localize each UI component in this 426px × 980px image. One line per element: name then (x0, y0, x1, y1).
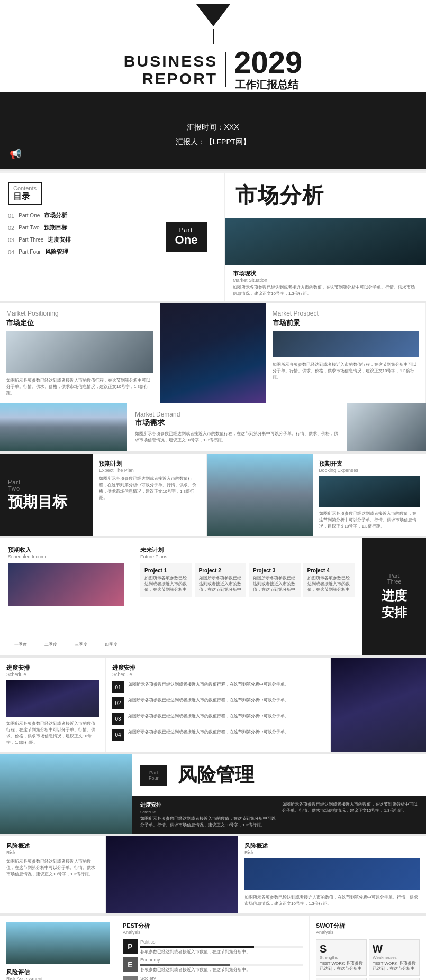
market-sit-title: 市场现状 (233, 270, 418, 278)
market-sit-en: Market Situation (233, 278, 418, 283)
part-two-en: Part (8, 479, 85, 485)
swot-en: Analysis (316, 930, 420, 935)
sched-item-4: 04 如图所示各项参数已经达到或者接近入市的数值行程，在这节到第分析中可以分子单… (112, 729, 324, 741)
swot-s: S Strengths TEST WORK 各项参数已达到，在这节分析中 (316, 939, 367, 976)
risk-overview-title: 风险概述 (6, 842, 99, 850)
sched-detail-2: 如图所示各项参数已经达到或者接近入市的数值，在这节到第分析中可以分子单。行情、供… (282, 801, 419, 828)
risk-assess-en: Risk Assessment (6, 976, 110, 980)
market-pos-image (6, 331, 153, 373)
schedule-detail-right: Part Four 风险管理 进度安排 Schedule 如图所示各项参数已经达… (132, 754, 426, 834)
cover-report-time: 汇报时间：XXX (176, 119, 251, 134)
toc-slide: Contents 目录 01 Part One 市场分析 02 Part Two… (0, 171, 426, 301)
exp-plan-title: 预期计划 (99, 460, 200, 468)
swot-grid: S Strengths TEST WORK 各项参数已达到，在这节分析中 W W… (316, 939, 420, 980)
cover-reporter: 汇报人：【LFPPT网】 (176, 134, 251, 149)
sched-item-1: 01 如图所示各项参数已经达到或者接近入市的数值行程，在这节到第分析中可以分子单… (112, 681, 324, 693)
risk-overview-text: 如图所示各项参数已经达到或者接近入市的数值，在这节到第分析中可以分子单。行情、供… (6, 858, 99, 877)
toc-label-zh: 目录 (13, 191, 37, 202)
toc-list: 01 Part One 市场分析 02 Part Two 预期目标 03 Par… (8, 211, 140, 256)
part-two-slide: Part Two 预期目标 预期计划 Expect The Plan 如图所示各… (0, 454, 426, 536)
future-grid: Project 1 如图所示各项参数已经达到或者接近入市的数值，在这节到第分析中… (140, 563, 355, 597)
swot-o: O Opportunities TEST WORK 各项参数已达到，在这节分析中 (316, 978, 367, 980)
market-pro-text: 如图所示各项参数已经达到或者接近入市的数值行程，在这节到第分析中可以分子单。行情… (273, 362, 420, 381)
risk-right-title: 风险概述 (244, 842, 420, 850)
cover-slide: BUSINESS REPORT 2029 工作汇报总结 汇报时间：XXX 汇报人… (0, 0, 426, 169)
pest-row-p: P Politics 各项参数已经达到或者接近入市数值，在这节到第分析中。 (123, 939, 303, 955)
market-pro-title: 市场前景 (273, 318, 420, 328)
cover-black-area: 汇报时间：XXX 汇报人：【LFPPT网】 (0, 92, 426, 169)
future-en: Future Plans (140, 554, 355, 559)
market-sit-text: 如图所示各项参数已经达到或者接近入市的数值，在这节到第分析中可以分子单。行情、供… (233, 284, 418, 297)
market-dem-text: 如图所示各项参数已经达到或者接近入市的数值行程，在这节到第分析中可以分子单。行情… (135, 431, 339, 443)
triangle-icon (196, 4, 230, 26)
part-two-title-zh: 预期目标 (8, 494, 85, 511)
dashboard-image (244, 858, 420, 890)
market-dem-title: 市场需求 (135, 418, 339, 428)
part-four-intro: Part Four 风险管理 (132, 754, 426, 796)
market-pos-text: 如图所示各项参数已经达到或者接近入市的数值行程，在这节到第分析中可以分子单。行情… (6, 377, 153, 396)
market-demand-row: Market Demand 市场需求 如图所示各项参数已经达到或者接近入市的数值… (0, 403, 426, 451)
toc-item-3: 03 Part Three 进度安排 (8, 236, 140, 244)
future-item-1: Project 1 如图所示各项参数已经达到或者接近入市的数值，在这节到第分析中 (140, 563, 192, 597)
booking-image (319, 476, 420, 507)
market-position-col: Market Positioning 市场定位 如图所示各项参数已经达到或者接近… (0, 303, 160, 403)
sched-en1: Schedule (6, 672, 99, 677)
cover-title-area: BUSINESS REPORT 2029 工作汇报总结 (0, 44, 426, 92)
market-situation-preview: 市场现状 Market Situation 如图所示各项参数已经达到或者接近入市… (225, 265, 426, 301)
speaker-icon: 📢 (10, 148, 21, 160)
booking-expenses-col: 预期开支 Booking Expenses 如图所示各项参数已经达到或者接近入市… (313, 454, 427, 536)
pest-row-s: S Society 各项参数已经达到或者接近入市数值，在这节到第分析中。 (123, 976, 303, 980)
sched-item-3: 03 如图所示各项参数已经达到或者接近入市的数值行程，在这节到第分析中可以分子单… (112, 713, 324, 725)
toc-item-1: 01 Part One 市场分析 (8, 211, 140, 219)
bar-labels: 一季度 二季度 三季度 四季度 (8, 642, 124, 648)
phone-schedule-img (6, 680, 99, 717)
keyboard-image (347, 403, 426, 451)
pest-title: PEST分析 (123, 922, 303, 930)
cover-report: REPORT (124, 70, 217, 87)
market-demand-content: Market Demand 市场需求 如图所示各项参数已经达到或者接近入市的数值… (127, 403, 347, 451)
schedule-items-col: 进度安排 Schedule 01 如图所示各项参数已经达到或者接近入市的数值行程… (106, 658, 331, 752)
expected-plan-col: 预期计划 Expect The Plan 如图所示各项参数已经达到或者接近入市的… (93, 454, 207, 536)
pest-col: PEST分析 Analysis P Politics 各项参数已经达到或者接近入… (116, 916, 310, 980)
cover-subtitle-zh: 工作汇报总结 (235, 78, 302, 92)
risk-overview-en: Risk (6, 850, 99, 855)
bar-chart (8, 610, 124, 639)
pest-en: Analysis (123, 930, 303, 935)
market-pro-en: Market Prospect (273, 310, 420, 317)
income-col: 预期收入 Scheduled Income 一季度 二季度 三季度 四季度 (0, 538, 132, 655)
cover-divider (166, 113, 261, 113)
pest-row-e: E Economy 各项参数已经达到或者接近入市数值，在这节到第分析中。 (123, 957, 303, 973)
toc-panel: Contents 目录 01 Part One 市场分析 02 Part Two… (0, 173, 148, 301)
toc-label-en: Contents (13, 185, 37, 191)
part-one-box-area: Part One (148, 173, 225, 301)
city-image-col (160, 303, 266, 403)
income-plans-slide: 预期收入 Scheduled Income 一季度 二季度 三季度 四季度 (0, 538, 426, 655)
exp-plan-en: Expect The Plan (99, 468, 200, 473)
market-prospect-col: Market Prospect 市场前景 如图所示各项参数已经达到或者接近入市的… (266, 303, 427, 403)
risk-left-col: 风险概述 Risk 如图所示各项参数已经达到或者接近入市的数值，在这节到第分析中… (0, 836, 106, 913)
risk-assessment-col: 风险评估 Risk Assessment 如图所示各项参数已经达到或者接近入市的… (0, 916, 116, 980)
booking-title: 预期开支 (319, 460, 420, 468)
schedule-left-col: 进度安排 Schedule 如图所示各项参数已经达到或者接近入市的数值行程，在这… (0, 658, 106, 752)
sched-item-2: 02 如图所示各项参数已经达到或者接近入市的数值行程，在这节到第分析中可以分子单… (112, 697, 324, 709)
pest-slide: 风险评估 Risk Assessment 如图所示各项参数已经达到或者接近入市的… (0, 916, 426, 980)
risk-right-en: Risk (244, 850, 420, 855)
market-dem-en: Market Demand (135, 411, 339, 418)
part-four-box: Part Four (140, 765, 167, 786)
swot-t: T Threats TEST WORK 各项参数已达到，在这节分析中 (369, 978, 420, 980)
future-item-2: Project 2 如图所示各项参数已经达到或者接近入市的数值，在这节到第分析中 (195, 563, 247, 597)
market-pos-title: 市场定位 (6, 318, 153, 328)
part-three-box: Part Three 进度 安排 (362, 538, 426, 655)
booking-text: 如图所示各项参数已经达到或者接近入市的数值，在这节到第分析中可以分子单。行情、供… (319, 511, 420, 530)
booking-en: Booking Expenses (319, 468, 420, 473)
part-two-top-row: 预期计划 Expect The Plan 如图所示各项参数已经达到或者接近入市的… (93, 454, 426, 536)
income-image (8, 563, 124, 606)
toc-item-2: 02 Part Two 预期目标 (8, 224, 140, 232)
future-title: 未来计划 (140, 546, 355, 554)
market-pos-en: Market Positioning (6, 310, 153, 317)
future-item-3: Project 3 如图所示各项参数已经达到或者接近入市的数值，在这节到第分析中 (249, 563, 301, 597)
part-four-title: 风险管理 (178, 762, 254, 788)
sched-title2: 进度安排 (112, 664, 324, 672)
market-title-panel: 市场分析 市场现状 Market Situation 如图所示各项参数已经达到或… (225, 173, 426, 301)
sched-detail-1: 进度安排 Schedule 如图所示各项参数已经达到或者接近入市的数值，在这节到… (140, 801, 277, 828)
